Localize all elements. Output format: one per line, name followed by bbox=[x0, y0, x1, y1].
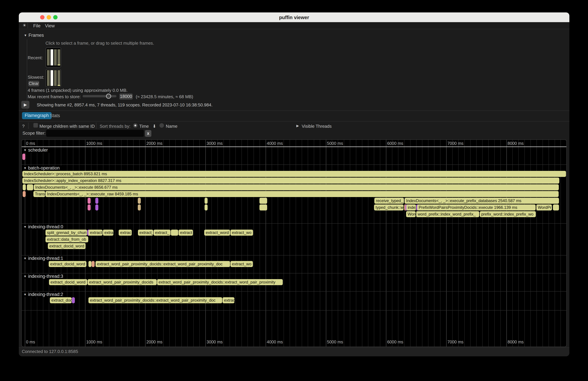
scope-bar[interactable]: receive_typed_ bbox=[374, 198, 404, 204]
scope-bar[interactable]: IndexDocuments<_, _>::execute 8656.677 m… bbox=[34, 184, 559, 190]
scope-bar-small[interactable] bbox=[72, 297, 75, 303]
clear-filter-button[interactable]: x bbox=[145, 130, 151, 137]
frames-section-header[interactable]: ▼Frames bbox=[24, 33, 44, 38]
flamegraph-canvas[interactable]: 0 ms0 ms1000 ms1000 ms2000 ms2000 ms3000… bbox=[21, 139, 567, 347]
scope-bar[interactable]: extract_ bbox=[138, 230, 153, 236]
scope-bar[interactable]: extract_docid_word bbox=[48, 243, 85, 249]
frame-bar[interactable] bbox=[47, 70, 50, 86]
scope-bar[interactable]: WordPr bbox=[536, 204, 552, 211]
scope-bar[interactable]: extract bbox=[179, 230, 193, 236]
max-frames-note: (≈ 23428.5 minutes, ≈ 68 MB) bbox=[136, 94, 193, 99]
scope-bar-small[interactable] bbox=[171, 230, 178, 236]
scope-filter-input[interactable] bbox=[46, 130, 144, 137]
scope-bar-small[interactable] bbox=[92, 261, 95, 267]
scope-bar[interactable]: typed_chunk::w bbox=[374, 204, 404, 211]
menu-item-file[interactable]: File bbox=[33, 23, 41, 28]
thread-name: indexing-thread:0 bbox=[28, 224, 63, 229]
scope-bar-small[interactable] bbox=[23, 191, 26, 197]
help-button[interactable]: ? bbox=[22, 124, 24, 129]
ruler-tick-label: 8000 ms bbox=[508, 141, 524, 146]
scope-bar[interactable]: extrac bbox=[119, 230, 132, 236]
scope-bar-small[interactable] bbox=[88, 204, 91, 211]
scope-bar[interactable]: extract_ bbox=[153, 230, 170, 236]
scope-bar[interactable]: index bbox=[406, 204, 416, 211]
scope-bar[interactable]: prefix_word::index_prefix_wo bbox=[480, 211, 536, 217]
thread-header-indexing-thread-3[interactable]: ▼indexing-thread:3 bbox=[23, 274, 65, 279]
max-frames-value[interactable]: 18000 bbox=[119, 93, 133, 100]
visible-threads-header[interactable]: Visible Threads bbox=[302, 124, 332, 129]
scope-bar-small[interactable] bbox=[553, 204, 559, 211]
slowest-frames-thumbnail[interactable] bbox=[45, 69, 61, 87]
scope-bar-small[interactable] bbox=[95, 198, 98, 204]
scope-bar[interactable]: extract_wo bbox=[231, 230, 253, 236]
frame-bar-highlight bbox=[58, 85, 60, 86]
menu-separator bbox=[27, 23, 28, 28]
theme-toggle-icon[interactable]: ☀ bbox=[22, 23, 26, 28]
scope-bar[interactable]: Trans bbox=[33, 191, 45, 197]
scope-bar[interactable]: extract::data_from_ob bbox=[45, 236, 88, 242]
scope-bar[interactable]: PrefixWordPairsProximityDocids::execute … bbox=[417, 204, 536, 211]
thread-header-indexing-thread-0[interactable]: ▼indexing-thread:0 bbox=[23, 224, 65, 230]
scope-bar[interactable]: extract_word_pair_proximity_docids::extr… bbox=[95, 261, 230, 267]
frame-bar[interactable] bbox=[58, 49, 60, 65]
scope-bar[interactable]: IndexDocuments<_, _>::execute_raw 8459.1… bbox=[45, 191, 559, 197]
scope-bar-small[interactable] bbox=[259, 204, 267, 211]
scope-bar[interactable]: extract_word_pair_proximity_docids::extr… bbox=[88, 297, 222, 303]
sort-by-name-label: Name bbox=[166, 124, 177, 129]
thread-name: indexing-thread:3 bbox=[28, 274, 63, 279]
clear-frames-button[interactable]: Clear bbox=[28, 81, 39, 86]
frame-bar[interactable] bbox=[58, 70, 60, 86]
recent-frames-thumbnail[interactable] bbox=[45, 47, 61, 67]
scope-bar-small[interactable] bbox=[138, 198, 141, 204]
chevron-right-icon[interactable]: ▶ bbox=[296, 124, 299, 128]
thread-header-indexing-thread-2[interactable]: ▼indexing-thread:2 bbox=[23, 292, 65, 297]
menu-item-view[interactable]: View bbox=[45, 23, 55, 28]
scope-bar[interactable]: extra bbox=[103, 230, 113, 236]
scope-bar-small[interactable] bbox=[22, 154, 25, 160]
tab-flamegraph[interactable]: Flamegraph bbox=[22, 112, 52, 119]
frame-bar-selected[interactable] bbox=[50, 70, 53, 86]
scope-bar[interactable]: extract_word_pair_proximity_docids::extr… bbox=[157, 279, 283, 285]
thread-header-indexing-thread-1[interactable]: ▼indexing-thread:1 bbox=[23, 256, 65, 261]
collapse-icon: ▼ bbox=[23, 225, 27, 229]
scope-bar[interactable]: extract_docid_word bbox=[49, 261, 86, 267]
scope-bar-small[interactable] bbox=[259, 198, 267, 204]
scope-bar[interactable]: IndexDocuments<_, _>::execute_prefix_dat… bbox=[405, 198, 559, 204]
tab-stats[interactable]: Stats bbox=[50, 113, 60, 118]
scope-bar[interactable]: extract bbox=[88, 230, 103, 236]
scope-bar-small[interactable] bbox=[27, 184, 33, 190]
scope-bar-small[interactable] bbox=[88, 198, 91, 204]
sort-direction-icon[interactable]: ⬇ bbox=[152, 124, 156, 129]
scope-bar[interactable]: IndexScheduler>::process_batch 8953.821 … bbox=[22, 171, 566, 177]
frame-bar[interactable] bbox=[47, 49, 50, 65]
frame-bar[interactable] bbox=[54, 70, 57, 86]
frame-bar[interactable] bbox=[54, 49, 57, 65]
scope-bar-small[interactable] bbox=[23, 184, 26, 190]
sort-by-name-radio[interactable] bbox=[159, 123, 164, 128]
collapse-icon: ▼ bbox=[23, 148, 27, 152]
scope-bar[interactable]: split_grenad_by_chun bbox=[45, 230, 87, 236]
scope-bar[interactable]: Word bbox=[406, 211, 416, 217]
thread-header-batch-operation[interactable]: ▼batch-operation bbox=[23, 166, 61, 171]
slider-knob[interactable] bbox=[106, 94, 111, 99]
scope-bar-small[interactable] bbox=[95, 204, 98, 211]
scope-bar[interactable]: IndexScheduler>::apply_index_operation 8… bbox=[22, 178, 559, 184]
scope-bar-small[interactable] bbox=[205, 204, 208, 211]
thread-name: indexing-thread:2 bbox=[28, 292, 63, 297]
scope-bar[interactable]: extract_wo bbox=[231, 261, 253, 267]
sort-by-time-radio[interactable] bbox=[133, 123, 138, 128]
scope-bar[interactable]: extract_doc bbox=[50, 297, 72, 303]
thread-header-scheduler[interactable]: ▼scheduler bbox=[23, 148, 49, 153]
scope-bar-small[interactable] bbox=[88, 261, 91, 267]
scope-bar[interactable]: extract_word bbox=[204, 230, 230, 236]
scope-bar[interactable]: extrac bbox=[223, 297, 234, 303]
merge-children-checkbox[interactable] bbox=[33, 123, 38, 127]
scope-bar-small[interactable] bbox=[138, 204, 141, 211]
frame-bar-selected[interactable] bbox=[50, 49, 53, 65]
scope-bar[interactable]: extract_docid_word bbox=[49, 279, 87, 285]
scope-bar[interactable]: word_prefix::index_word_prefix_ bbox=[416, 211, 479, 217]
max-frames-slider[interactable] bbox=[83, 95, 116, 97]
scope-bar[interactable]: extract_word_pair_proximity_docids bbox=[88, 279, 157, 285]
scope-bar-small[interactable] bbox=[205, 198, 208, 204]
play-button[interactable]: ▶ bbox=[21, 101, 29, 109]
